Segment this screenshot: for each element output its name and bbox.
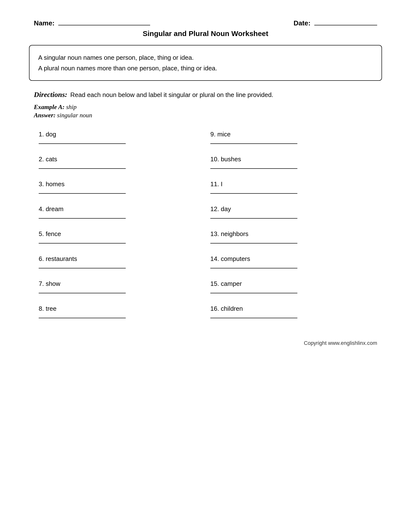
- header-row: Name: Date:: [29, 19, 382, 27]
- item-cell: 1. dog: [34, 126, 206, 151]
- example-block: Example A: ship Answer: singular noun: [34, 104, 377, 119]
- name-label: Name:: [34, 19, 55, 27]
- answer-line: [39, 318, 126, 318]
- item-text: 10. bushes: [210, 155, 372, 163]
- item-text: 2. cats: [39, 155, 201, 163]
- date-label: Date:: [293, 19, 310, 27]
- date-line: [314, 25, 377, 25]
- answer-line: [39, 243, 126, 244]
- info-line1: A singular noun names one person, place,…: [38, 52, 373, 63]
- item-cell: 15. camper: [206, 276, 377, 301]
- items-grid: 1. dog9. mice2. cats10. bushes3. homes11…: [29, 126, 382, 325]
- answer-line-example: Answer: singular noun: [34, 112, 377, 119]
- item-text: 15. camper: [210, 280, 372, 287]
- item-text: 4. dream: [39, 205, 201, 213]
- answer-line: [39, 218, 126, 218]
- item-cell: 16. children: [206, 301, 377, 325]
- item-cell: 5. fence: [34, 226, 206, 251]
- info-line2: A plural noun names more than one person…: [38, 63, 373, 74]
- answer-line: [210, 243, 297, 244]
- item-cell: 6. restaurants: [34, 251, 206, 276]
- answer-label: Answer:: [34, 112, 56, 119]
- copyright: Copyright www.englishlinx.com: [29, 340, 382, 346]
- item-cell: 7. show: [34, 276, 206, 301]
- date-field: Date:: [293, 19, 377, 27]
- item-cell: 3. homes: [34, 176, 206, 201]
- example-label: Example A:: [34, 104, 65, 111]
- item-cell: 12. day: [206, 201, 377, 226]
- worksheet-title: Singular and Plural Noun Worksheet: [29, 29, 382, 38]
- item-text: 6. restaurants: [39, 255, 201, 263]
- item-text: 3. homes: [39, 180, 201, 188]
- answer-line: [210, 193, 297, 194]
- answer-line: [39, 193, 126, 194]
- item-text: 14. computers: [210, 255, 372, 263]
- item-text: 12. day: [210, 205, 372, 213]
- answer-line: [210, 143, 297, 144]
- item-text: 13. neighbors: [210, 230, 372, 238]
- item-cell: 11. I: [206, 176, 377, 201]
- item-text: 7. show: [39, 280, 201, 287]
- answer-line: [39, 143, 126, 144]
- item-text: 9. mice: [210, 131, 372, 138]
- name-line: [58, 25, 150, 25]
- item-cell: 13. neighbors: [206, 226, 377, 251]
- item-text: 16. children: [210, 305, 372, 313]
- item-cell: 8. tree: [34, 301, 206, 325]
- answer-line: [39, 168, 126, 169]
- item-cell: 10. bushes: [206, 151, 377, 176]
- answer-line: [39, 268, 126, 268]
- item-cell: 2. cats: [34, 151, 206, 176]
- directions-section: Directions: Read each noun below and lab…: [29, 90, 382, 119]
- info-box: A singular noun names one person, place,…: [29, 45, 382, 81]
- item-cell: 4. dream: [34, 201, 206, 226]
- answer-line: [210, 218, 297, 218]
- item-text: 1. dog: [39, 131, 201, 138]
- answer-line: [39, 293, 126, 293]
- item-text: 11. I: [210, 180, 372, 188]
- example-value: ship: [66, 104, 76, 111]
- name-field: Name:: [34, 19, 150, 27]
- item-text: 5. fence: [39, 230, 201, 238]
- answer-value: singular noun: [57, 112, 92, 119]
- directions-row: Directions: Read each noun below and lab…: [34, 90, 377, 99]
- item-cell: 9. mice: [206, 126, 377, 151]
- example-a-line: Example A: ship: [34, 104, 377, 111]
- item-cell: 14. computers: [206, 251, 377, 276]
- directions-label: Directions:: [34, 90, 67, 98]
- answer-line: [210, 293, 297, 293]
- item-text: 8. tree: [39, 305, 201, 313]
- answer-line: [210, 268, 297, 268]
- directions-text: Read each noun below and label it singul…: [70, 91, 273, 98]
- answer-line: [210, 168, 297, 169]
- answer-line: [210, 318, 297, 318]
